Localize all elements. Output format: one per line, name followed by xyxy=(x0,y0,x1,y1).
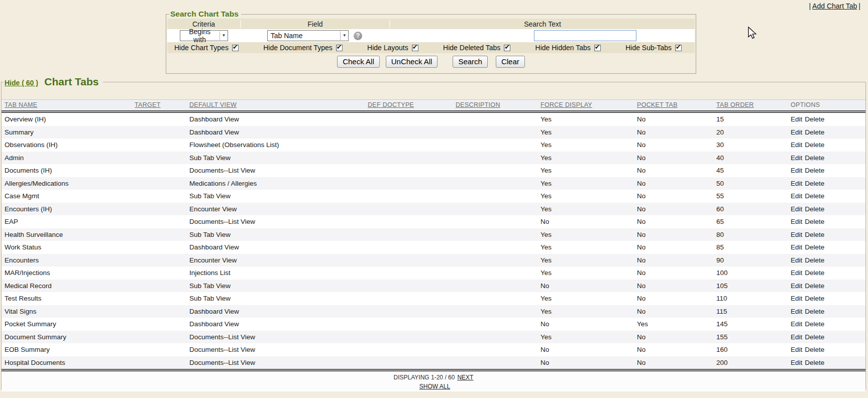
cell-force-display: Yes xyxy=(540,267,637,280)
delete-link[interactable]: Delete xyxy=(805,128,824,136)
column-header-description[interactable]: DESCRIPTION xyxy=(456,100,540,110)
chevron-down-icon: ▼ xyxy=(340,31,347,40)
search-button[interactable]: Search xyxy=(453,56,488,68)
help-icon[interactable]: ? xyxy=(354,32,362,40)
column-header-default-view[interactable]: DEFAULT VIEW xyxy=(189,100,368,110)
delete-link[interactable]: Delete xyxy=(805,154,824,162)
cell-tab-order: 160 xyxy=(716,343,791,356)
delete-link[interactable]: Delete xyxy=(805,243,824,251)
cell-tab-order: 85 xyxy=(716,241,791,254)
check-all-button[interactable]: Check All xyxy=(337,56,380,68)
delete-link[interactable]: Delete xyxy=(805,308,824,315)
cell-default-view: Sub Tab View xyxy=(189,292,368,305)
criteria-select[interactable]: Begins with ▼ xyxy=(180,30,228,41)
checkbox-hide-document-types[interactable] xyxy=(336,45,343,51)
mouse-cursor xyxy=(747,27,757,41)
cell-force-display: No xyxy=(540,215,637,228)
edit-link[interactable]: Edit xyxy=(791,243,802,251)
edit-link[interactable]: Edit xyxy=(791,333,802,341)
edit-link[interactable]: Edit xyxy=(791,231,802,238)
cell-tab-order: 80 xyxy=(716,228,791,241)
delete-link[interactable]: Delete xyxy=(805,320,824,328)
search-text-input[interactable] xyxy=(534,30,636,41)
checkbox-hide-chart-types[interactable] xyxy=(232,45,239,51)
edit-link[interactable]: Edit xyxy=(791,205,802,213)
cell-target xyxy=(135,126,189,139)
cell-def-doctype xyxy=(368,164,456,177)
column-header-tab-name[interactable]: TAB NAME xyxy=(2,100,135,110)
checkbox-hide-sub-tabs[interactable] xyxy=(675,45,682,51)
show-all-link[interactable]: SHOW ALL xyxy=(419,383,450,390)
cell-target xyxy=(135,305,189,318)
delete-link[interactable]: Delete xyxy=(805,115,824,123)
cell-tab-order: 65 xyxy=(716,215,791,228)
edit-link[interactable]: Edit xyxy=(791,218,802,225)
cell-tab-order: 30 xyxy=(716,139,791,152)
edit-link[interactable]: Edit xyxy=(791,346,802,353)
delete-link[interactable]: Delete xyxy=(805,231,824,238)
delete-link[interactable]: Delete xyxy=(805,333,824,341)
cell-options: EditDelete xyxy=(791,241,865,254)
delete-link[interactable]: Delete xyxy=(805,269,824,277)
cell-target xyxy=(135,164,189,177)
column-header-target[interactable]: TARGET xyxy=(135,100,189,110)
cell-target xyxy=(135,203,189,216)
cell-tab-order: 90 xyxy=(716,254,791,267)
delete-link[interactable]: Delete xyxy=(805,256,824,264)
cell-def-doctype xyxy=(368,331,456,344)
hide-count-link[interactable]: Hide ( 60 ) xyxy=(5,79,38,87)
delete-link[interactable]: Delete xyxy=(805,167,824,174)
edit-link[interactable]: Edit xyxy=(791,128,802,136)
delete-link[interactable]: Delete xyxy=(805,180,824,187)
edit-link[interactable]: Edit xyxy=(791,320,802,328)
delete-link[interactable]: Delete xyxy=(805,205,824,213)
checkbox-label: Hide Sub-Tabs xyxy=(625,44,672,52)
edit-link[interactable]: Edit xyxy=(791,141,802,149)
column-header-tab-order[interactable]: TAB ORDER xyxy=(716,100,791,110)
edit-link[interactable]: Edit xyxy=(791,295,802,302)
cell-def-doctype xyxy=(368,177,456,190)
delete-link[interactable]: Delete xyxy=(805,295,824,302)
cell-def-doctype xyxy=(368,241,456,254)
edit-link[interactable]: Edit xyxy=(791,282,802,290)
cell-tab-order: 20 xyxy=(716,126,791,139)
delete-link[interactable]: Delete xyxy=(805,192,824,200)
cell-options: EditDelete xyxy=(791,292,865,305)
delete-link[interactable]: Delete xyxy=(805,359,824,366)
column-header-def-doctype[interactable]: DEF DOCTYPE xyxy=(368,100,456,110)
delete-link[interactable]: Delete xyxy=(805,282,824,290)
cell-tab-order: 200 xyxy=(716,356,791,369)
edit-link[interactable]: Edit xyxy=(791,269,802,277)
edit-link[interactable]: Edit xyxy=(791,256,802,264)
delete-link[interactable]: Delete xyxy=(805,346,824,353)
checkbox-hide-deleted-tabs[interactable] xyxy=(504,45,510,51)
table-row: Vital SignsDashboard ViewYesNo115EditDel… xyxy=(2,305,865,318)
edit-link[interactable]: Edit xyxy=(791,154,802,162)
cell-force-display: Yes xyxy=(540,254,637,267)
column-header-force-display[interactable]: FORCE DISPLAY xyxy=(540,100,637,110)
edit-link[interactable]: Edit xyxy=(791,359,802,366)
delete-link[interactable]: Delete xyxy=(805,141,824,149)
field-select[interactable]: Tab Name ▼ xyxy=(267,30,349,41)
filter-item: Hide Deleted Tabs xyxy=(443,44,510,52)
cell-target xyxy=(135,356,189,369)
uncheck-all-button[interactable]: UnCheck All xyxy=(386,56,438,68)
cell-force-display: No xyxy=(540,343,637,356)
edit-link[interactable]: Edit xyxy=(791,308,802,315)
add-chart-tab-link[interactable]: Add Chart Tab xyxy=(812,2,857,10)
edit-link[interactable]: Edit xyxy=(791,167,802,174)
checkbox-label: Hide Chart Types xyxy=(174,44,229,52)
column-header-pocket-tab[interactable]: POCKET TAB xyxy=(637,100,716,110)
cell-options: EditDelete xyxy=(791,267,865,280)
edit-link[interactable]: Edit xyxy=(791,115,802,123)
checkbox-hide-hidden-tabs[interactable] xyxy=(594,45,601,51)
cell-target xyxy=(135,318,189,331)
checkbox-label: Hide Layouts xyxy=(367,44,408,52)
clear-button[interactable]: Clear xyxy=(496,56,525,68)
next-link[interactable]: NEXT xyxy=(457,374,473,381)
edit-link[interactable]: Edit xyxy=(791,192,802,200)
cell-options: EditDelete xyxy=(791,139,865,152)
edit-link[interactable]: Edit xyxy=(791,180,802,187)
checkbox-hide-layouts[interactable] xyxy=(412,45,418,51)
delete-link[interactable]: Delete xyxy=(805,218,824,225)
